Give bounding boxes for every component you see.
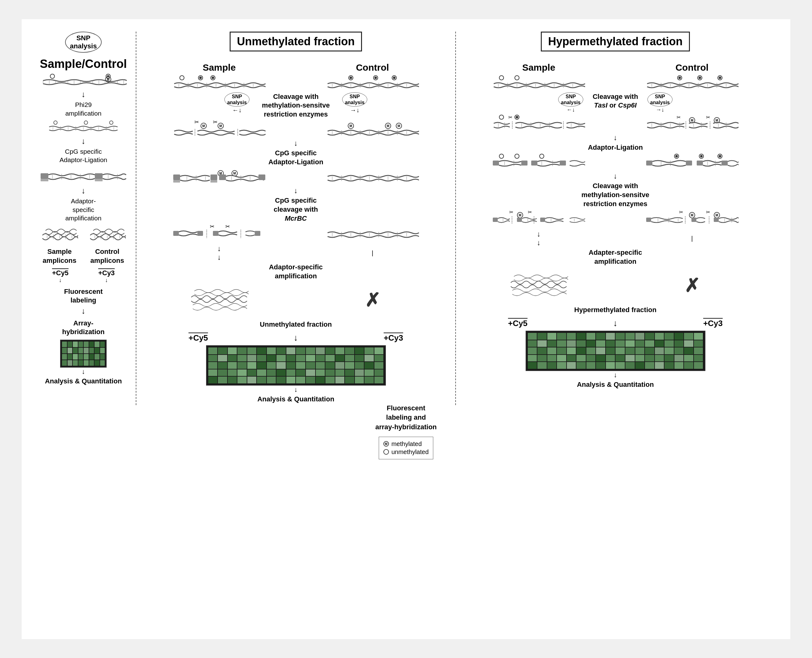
hypermeth-control-dna-svg1 [646,75,738,91]
svg-rect-220 [686,161,692,166]
svg-rect-235 [540,218,545,222]
legend-methylated-label: methylated [391,440,422,448]
svg-point-67 [350,77,352,79]
unmeth-sample-dna3: M M [146,168,293,186]
svg-text:M: M [691,213,693,217]
unmeth-dna-row4: ✂ ✂ [146,224,446,244]
unmeth-cleavage-desc: Cleavage withmethylation-sensitverestric… [262,92,330,119]
svg-point-19 [54,121,57,124]
dna-step-3 [37,167,130,184]
svg-rect-205 [493,161,499,166]
hypermeth-header-wrap: Hypermethylated fraction [465,31,765,58]
sample-amplicons: Sampleamplicons [37,224,82,266]
svg-rect-134 [213,231,219,236]
phi29-label: Phi29amplification [66,100,102,118]
hypermeth-header: Hypermethylated fraction [541,31,690,52]
dna-step-2 [37,121,130,135]
unmeth-dna-row1 [146,75,446,91]
svg-point-218 [719,155,721,157]
amplicons-row: Sampleamplicons Controlamplicons [37,224,130,266]
unmeth-control-adaptor-svg [326,168,419,186]
svg-point-69 [374,77,377,79]
hypermeth-amplicons-svg [508,270,569,301]
control-amplicons: Controlamplicons [85,224,130,266]
svg-point-146 [499,76,504,80]
unmeth-sub-titles: Sample Control [146,62,446,75]
hypermeth-fluor-row: +Cy5 ↓ +Cy3 [465,318,765,328]
hypermeth-mre-label: Cleavage withmethylation-sensitverestric… [581,182,649,208]
unmeth-dna-row3: M M [146,168,446,186]
fluor-labeling-label: Fluorescentlabeling [64,287,103,305]
col-hypermethylated: Hypermethylated fraction Sample Control [456,31,775,405]
svg-text:✂: ✂ [706,115,710,120]
svg-point-204 [540,154,544,158]
svg-rect-207 [531,161,537,166]
fluorescent-labeling-block: Fluorescentlabeling ↓ [37,286,130,316]
hypermeth-dna-row3 [465,153,765,172]
hypermeth-control-dna4: ✂ ✂ M M [619,210,766,230]
unmeth-cy3: +Cy3 [384,333,403,343]
svg-point-56 [212,77,214,79]
hypermeth-control-dna1 [619,75,766,91]
svg-text:M: M [716,119,718,122]
cpg-ligation-label: CpG specificAdaptor-Ligation [59,147,107,164]
unmeth-cpg-adaptor-label: CpG specificAdaptor-Ligation [268,149,323,166]
hypermeth-control-x: ✗ [619,276,766,295]
hypermeth-cy5: +Cy5 [508,319,527,328]
unmeth-dna-row2: ✂ ✂ M M [146,120,446,139]
svg-point-203 [515,154,519,158]
unmeth-sample-dna1 [146,75,293,91]
dna-strand-svg-2 [37,121,130,135]
hypermeth-adaptor-ligation-block: ↓ Adaptor-Ligation [465,133,765,154]
svg-text:M: M [397,124,400,128]
hypermeth-dna-row2: ✂ [465,115,765,133]
hypermeth-control-title: Control [675,62,709,73]
unmeth-control-cut-svg: M M M [326,120,419,139]
snp-arrow-left-unmeth: SNPanalysis ←↓ [224,92,249,114]
svg-point-160 [699,77,701,79]
hypermeth-sample-amp-block: ↓ ↓ [465,230,612,247]
unmeth-control-dna-svg1 [326,75,419,91]
unmeth-sample-title: Sample [203,62,236,73]
svg-point-202 [499,154,504,158]
unmeth-step2-block: ↓ CpG specificAdaptor-Ligation [146,139,446,168]
hypermeth-sample-adaptor-svg [492,153,585,172]
legend-box: M methylated unmethylated [379,437,433,459]
arrow-phi29: ↓ Phi29amplification [37,89,130,119]
svg-point-162 [719,77,721,79]
hypermeth-adaptor-ligation-label: Adaptor-Ligation [588,143,643,152]
unmeth-control-dna2: M M M [299,120,446,139]
hypermeth-sample-dna1 [465,75,612,91]
hypermeth-fraction-label-block: Hypermethylated fraction [465,304,765,316]
hypermeth-control-col: Control [619,62,766,75]
svg-point-21 [110,121,113,124]
unmeth-fraction-label-block: Unmethylated fraction [146,319,446,331]
unmethylated-header: Unmethylated fraction [230,31,362,52]
unmeth-analysis-quant: Analysis & Quantitation [257,395,334,404]
svg-rect-105 [173,180,180,183]
unmeth-control-mcrbc-svg [326,224,419,244]
array-block-col1: ↓ Analysis & Quantitation [37,340,130,387]
svg-text:✂: ✂ [225,224,230,230]
legend-methylated: M methylated [383,440,429,448]
hypermeth-sample-mre-svg: ✂ ✂ M [492,210,585,230]
hypermeth-step1-desc-row: SNPanalysis ←↓ Cleavage withTasI or Csp6… [465,92,765,113]
hypermeth-mre-block: ↓ Cleavage withmethylation-sensitverestr… [465,172,765,210]
dna-strand-svg-1: M [37,74,130,88]
svg-text:✂: ✂ [706,210,710,215]
col-snp: SNPanalysis Sample/Control [37,31,136,405]
unmeth-step4-block: ↓ ↓ | [146,244,446,262]
control-amplicons-label: Controlamplicons [91,248,124,265]
hypermeth-x-mark: ✗ [684,276,700,295]
unmeth-cy5: +Cy5 [188,333,208,343]
hypermeth-sample-dna4: ✂ ✂ M [465,210,612,230]
svg-point-71 [393,77,396,79]
snp-col-title: Sample/Control [37,57,130,70]
unmeth-control-col: Control [299,62,446,75]
hypermeth-adapter-amp-label: Adapter-specificamplification [588,248,642,266]
svg-text:M: M [107,78,110,81]
unmeth-fluor-row: +Cy5 ↓ +Cy3 [146,333,446,343]
unmethylated-header-wrap: Unmethylated fraction [146,31,446,58]
unmeth-adaptor-amp-label-block: Adaptor-specificamplification [146,262,446,282]
svg-rect-104 [173,174,180,180]
